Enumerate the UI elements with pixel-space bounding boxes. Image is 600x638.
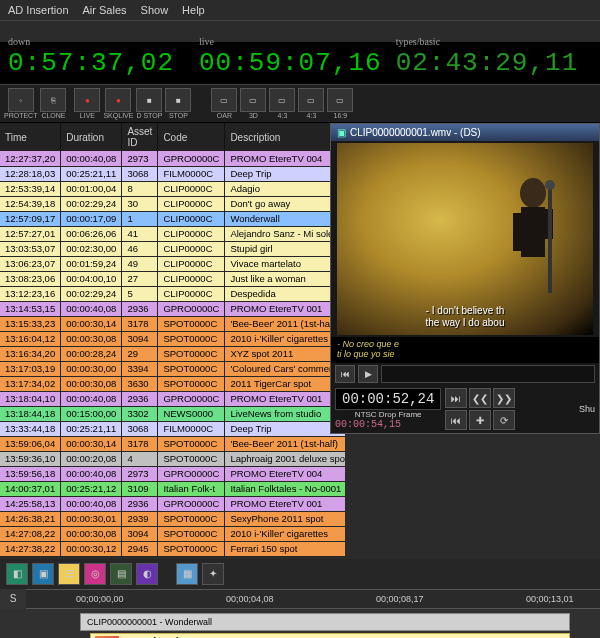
timeline-tab[interactable]: S bbox=[0, 589, 26, 609]
player-tc: 00:00:52,24 bbox=[335, 388, 441, 410]
svg-rect-2 bbox=[513, 213, 521, 251]
menu-show[interactable]: Show bbox=[141, 4, 169, 16]
playlist-row[interactable]: 13:16:04,1200:00:30,083094SPOT0000C2010 … bbox=[0, 331, 345, 346]
menu-bar: AD Insertion Air Sales Show Help bbox=[0, 0, 600, 20]
ar169-button[interactable]: ▭16:9 bbox=[327, 88, 353, 119]
ruler[interactable]: 00;00;00,0000;00;04,0800;00;08,1700;00;1… bbox=[26, 589, 600, 609]
menu-adinsertion[interactable]: AD Insertion bbox=[8, 4, 69, 16]
transport-toolbar: ◦PROTECT ⎘CLONE ●LIVE ●SKQLIVE ■D STOP ■… bbox=[0, 84, 600, 123]
shuttle-label: Shu bbox=[579, 404, 595, 414]
loop-button[interactable]: ⟳ bbox=[493, 410, 515, 430]
player-panel: ▣ CLIP0000000001.wmv - (DS) - I don't be… bbox=[330, 123, 600, 434]
playlist-row[interactable]: 13:18:44,1800:15:00,003302NEWS0000LiveNe… bbox=[0, 406, 345, 421]
playlist-row[interactable]: 13:59:06,0400:00:30,143178SPOT0000C'Bee-… bbox=[0, 436, 345, 451]
ruler-tick: 00;00;08,17 bbox=[376, 594, 424, 604]
col-description[interactable]: Description bbox=[225, 123, 345, 151]
playlist-row[interactable]: 14:27:08,2200:00:30,083094SPOT0000C2010 … bbox=[0, 526, 345, 541]
tool-c[interactable]: ☰ bbox=[58, 563, 80, 585]
tc-down: down 0:57:37,02 bbox=[4, 48, 189, 80]
ar43a-button[interactable]: ▭4:3 bbox=[269, 88, 295, 119]
playlist-row[interactable]: 13:03:53,0700:02:30,0046CLIP0000CStupid … bbox=[0, 241, 345, 256]
playlist-row[interactable]: 13:06:23,0700:01:59,2449CLIP0000CVivace … bbox=[0, 256, 345, 271]
prev-button[interactable]: ⏮ bbox=[335, 365, 355, 383]
tc-types-value: 02:43:29,11 bbox=[396, 48, 579, 78]
step-back-button[interactable]: ❮❮ bbox=[469, 388, 491, 408]
playlist-row[interactable]: 12:54:39,1800:02:29,2430CLIP0000CDon't g… bbox=[0, 196, 345, 211]
tool-e[interactable]: ▤ bbox=[110, 563, 132, 585]
subtitle-es: - No creo que eti lo que yo sie bbox=[331, 337, 599, 363]
playlist-row[interactable]: 13:59:56,1800:00:40,082973GPRO0000CPROMO… bbox=[0, 466, 345, 481]
seek-slider[interactable] bbox=[381, 365, 595, 383]
mark-button[interactable]: ✚ bbox=[469, 410, 491, 430]
timeline-logo-event[interactable]: M LOGO [Logo] Som: 00:00:00,00 Eom: 00:0… bbox=[90, 633, 570, 639]
ruler-tick: 00;00;13,01 bbox=[526, 594, 574, 604]
tc-box: 00:00:52,24 NTSC Drop Frame 00:00:54,15 bbox=[335, 388, 441, 430]
tool-h[interactable]: ✦ bbox=[202, 563, 224, 585]
playlist-row[interactable]: 13:18:04,1000:00:40,082936GPRO0000CPROMO… bbox=[0, 391, 345, 406]
tool-d[interactable]: ◎ bbox=[84, 563, 106, 585]
tool-b[interactable]: ▣ bbox=[32, 563, 54, 585]
step-fwd-button[interactable]: ❯❯ bbox=[493, 388, 515, 408]
playlist-row[interactable]: 12:27:37,2000:00:40,082973GPRO0000CPROMO… bbox=[0, 151, 345, 166]
film-icon: ▣ bbox=[337, 127, 346, 138]
playlist-row[interactable]: 13:17:34,0200:00:30,083630SPOT0000C2011 … bbox=[0, 376, 345, 391]
dstop-button[interactable]: ■D STOP bbox=[136, 88, 162, 119]
tool-g[interactable]: ▦ bbox=[176, 563, 198, 585]
tc-live: live 00:59:07,16 bbox=[195, 48, 386, 80]
skqlive-button[interactable]: ●SKQLIVE bbox=[103, 88, 133, 119]
playlist-row[interactable]: 13:14:53,1500:00:40,082936GPRO0000CPROMO… bbox=[0, 301, 345, 316]
playlist-row[interactable]: 13:17:03,1900:00:30,003394SPOT0000C'Colo… bbox=[0, 361, 345, 376]
tc-live-value: 00:59:07,16 bbox=[199, 48, 382, 78]
playlist-row[interactable]: 13:16:34,2000:00:28,2429SPOT0000CXYZ spo… bbox=[0, 346, 345, 361]
playlist-row[interactable]: 12:53:39,1400:01:00,048CLIP0000CAdagioEr bbox=[0, 181, 345, 196]
tc-down-label: down bbox=[8, 36, 30, 47]
playlist-row[interactable]: 13:08:23,0600:04:00,1027CLIP0000CJust li… bbox=[0, 271, 345, 286]
protect-button[interactable]: ◦PROTECT bbox=[4, 88, 37, 119]
timecode-strip: down 0:57:37,02 live 00:59:07,16 types/b… bbox=[0, 42, 600, 84]
playlist-row[interactable]: 14:25:58,1300:00:40,082936GPRO0000CPROMO… bbox=[0, 496, 345, 511]
timeline-clip[interactable]: CLIP0000000001 - Wonderwall bbox=[80, 613, 570, 631]
playlist-table: TimeDurationAsset IDCodeDescriptionTy 12… bbox=[0, 123, 345, 557]
tc-types-label: types/basic bbox=[396, 36, 440, 47]
svg-point-5 bbox=[545, 180, 555, 190]
goto-start-button[interactable]: ⏮ bbox=[445, 410, 467, 430]
svg-rect-4 bbox=[548, 183, 552, 293]
col-duration[interactable]: Duration bbox=[61, 123, 122, 151]
tool-f[interactable]: ◐ bbox=[136, 563, 158, 585]
video-preview[interactable]: - I don't believe ththe way I do abou bbox=[337, 143, 593, 335]
ruler-tick: 00;00;00,00 bbox=[76, 594, 124, 604]
playlist-row[interactable]: 12:28:18,0300:25:21,113068FILM0000CDeep … bbox=[0, 166, 345, 181]
playlist-row[interactable]: 12:57:09,1700:00:17,091CLIP0000CWonderwa… bbox=[0, 211, 345, 226]
ruler-tick: 00;00;04,08 bbox=[226, 594, 274, 604]
clone-button[interactable]: ⎘CLONE bbox=[40, 88, 66, 119]
playlist-row[interactable]: 13:33:44,1800:25:21,113068FILM0000CDeep … bbox=[0, 421, 345, 436]
oar-button[interactable]: ▭OAR bbox=[211, 88, 237, 119]
skip-end-button[interactable]: ⏭ bbox=[445, 388, 467, 408]
playlist-row[interactable]: 13:15:33,2300:00:30,143178SPOT0000C'Bee-… bbox=[0, 316, 345, 331]
ar43b-button[interactable]: ▭4:3 bbox=[298, 88, 324, 119]
play-button[interactable]: ▶ bbox=[358, 365, 378, 383]
col-code[interactable]: Code bbox=[158, 123, 225, 151]
svg-rect-1 bbox=[521, 207, 545, 257]
live-button[interactable]: ●LIVE bbox=[74, 88, 100, 119]
tc-down-value: 0:57:37,02 bbox=[8, 48, 174, 78]
tc-live-label: live bbox=[199, 36, 214, 47]
playlist-row[interactable]: 12:57:27,0100:06:26,0641CLIP0000CAlejand… bbox=[0, 226, 345, 241]
3d-button[interactable]: ▭3D bbox=[240, 88, 266, 119]
svg-point-0 bbox=[520, 178, 546, 208]
playlist-row[interactable]: 13:12:23,1600:02:29,245CLIP0000CDespedid… bbox=[0, 286, 345, 301]
player-tc2: 00:00:54,15 bbox=[335, 419, 441, 430]
playlist-row[interactable]: 14:26:38,2100:00:30,012939SPOT0000CSexyP… bbox=[0, 511, 345, 526]
subtitle-en: - I don't believe ththe way I do abou bbox=[337, 305, 593, 329]
tool-a[interactable]: ◧ bbox=[6, 563, 28, 585]
menu-help[interactable]: Help bbox=[182, 4, 205, 16]
playlist-row[interactable]: 14:27:38,2200:00:30,122945SPOT0000CFerra… bbox=[0, 541, 345, 556]
player-titlebar[interactable]: ▣ CLIP0000000001.wmv - (DS) bbox=[331, 124, 599, 141]
col-time[interactable]: Time bbox=[0, 123, 61, 151]
col-asset id[interactable]: Asset ID bbox=[122, 123, 158, 151]
playlist-row[interactable]: 14:00:37,0100:25:21,123109Italian Folk-t… bbox=[0, 481, 345, 496]
timeline: S 00;00;00,0000;00;04,0800;00;08,1700;00… bbox=[0, 589, 600, 639]
menu-airsales[interactable]: Air Sales bbox=[83, 4, 127, 16]
playlist-row[interactable]: 13:59:36,1000:00:20,084SPOT0000CLaphroai… bbox=[0, 451, 345, 466]
stop-button[interactable]: ■STOP bbox=[165, 88, 191, 119]
